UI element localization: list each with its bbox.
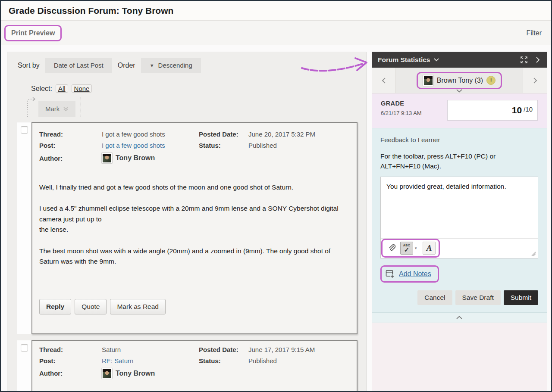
post-paragraph: Well, I finally tried and got a few good…	[39, 182, 344, 193]
save-draft-button[interactable]: Save Draft	[455, 290, 501, 305]
needs-grading-icon: !	[486, 76, 496, 85]
feedback-editor[interactable]: You provided great, detailed information…	[380, 177, 538, 258]
resize-handle-icon[interactable]	[530, 250, 536, 256]
stats-bar-icons	[520, 56, 541, 64]
grading-sidebar: Forum Statistics	[372, 52, 547, 391]
author-label: Author:	[39, 155, 102, 162]
reply-button[interactable]: Reply	[39, 299, 71, 314]
action-bar: Print Preview Filter	[1, 21, 551, 45]
select-bar: Select: All None	[31, 84, 366, 93]
grade-date: 6/21/17 9:13 AM	[381, 110, 422, 116]
expand-icon[interactable]	[520, 56, 528, 64]
feedback-text: You provided great, detailed information…	[381, 177, 538, 196]
author-cell: Tony Brown	[102, 153, 350, 163]
collapse-panel-icon[interactable]	[535, 56, 541, 64]
author-cell: Tony Brown	[102, 368, 350, 379]
post-checkbox-column	[17, 122, 31, 334]
avatar	[102, 368, 112, 379]
toolbar-hint: For the toolbar, press ALT+F10 (PC) or A…	[380, 151, 523, 171]
divider	[81, 97, 81, 117]
sort-by-label: Sort by	[18, 62, 40, 69]
post-label: Post:	[39, 142, 102, 149]
mark-button[interactable]: Mark	[38, 101, 75, 117]
content: Sort by Date of Last Post Order ▼ Descen…	[1, 45, 551, 391]
editor-toolbar: ABC ✓ ▾ A	[381, 238, 538, 258]
sort-by-value: Date of Last Post	[54, 62, 104, 69]
text-editor-icon[interactable]: A	[423, 242, 436, 255]
feedback-label: Feedback to Learner	[380, 136, 538, 143]
previous-student-button[interactable]	[372, 68, 396, 93]
sort-bar: Sort by Date of Last Post Order ▼ Descen…	[18, 58, 366, 73]
mark-as-read-button[interactable]: Mark as Read	[110, 299, 165, 314]
post-card: Thread: Saturn Posted Date: June 17, 201…	[31, 340, 358, 391]
post-card: Thread: I got a few good shots Posted Da…	[31, 122, 358, 334]
filter-button[interactable]: Filter	[526, 29, 542, 37]
order-button[interactable]: ▼ Descending	[141, 58, 201, 73]
avatar	[102, 153, 112, 163]
select-none-link[interactable]: None	[72, 84, 92, 93]
mark-bar: Mark	[25, 96, 366, 117]
forum-statistics-menu[interactable]: Forum Statistics	[378, 56, 439, 64]
order-label: Order	[118, 62, 135, 69]
spellcheck-icon[interactable]: ABC ✓	[400, 242, 413, 255]
author-name: Tony Brown	[116, 370, 155, 377]
post-checkbox[interactable]	[21, 126, 28, 134]
add-notes-link[interactable]: Add Notes	[399, 270, 431, 278]
post-body: Well, I finally tried and got a few good…	[39, 182, 344, 267]
collapse-bar[interactable]	[372, 312, 547, 323]
page-title: Grade Discussion Forum: Tony Brown	[9, 6, 173, 16]
feedback-actions: Cancel Save Draft Submit	[380, 290, 538, 312]
attach-file-icon[interactable]	[386, 242, 398, 255]
sort-by-button[interactable]: Date of Last Post	[45, 58, 112, 73]
sidebar-footer	[372, 323, 547, 392]
student-selector[interactable]: Brown Tony (3) !	[417, 72, 502, 89]
post-title-link[interactable]: RE: Saturn	[102, 357, 133, 364]
student-nav: Brown Tony (3) !	[372, 68, 547, 93]
post-actions: Reply Quote Mark as Read	[39, 299, 350, 314]
select-label: Select:	[31, 85, 52, 93]
thread-label: Thread:	[39, 346, 102, 353]
next-student-button[interactable]	[523, 68, 547, 93]
mark-label: Mark	[45, 105, 60, 112]
post-checkbox[interactable]	[21, 344, 28, 352]
student-selector-area: Brown Tony (3) !	[396, 68, 523, 93]
print-preview-button[interactable]: Print Preview	[11, 29, 55, 37]
chevron-down-icon	[434, 58, 439, 62]
status-value: Published	[248, 357, 350, 364]
forum-statistics-bar: Forum Statistics	[372, 52, 547, 68]
add-notes-row: Add Notes	[380, 265, 538, 283]
thread-value: I got a few good shots	[102, 131, 199, 138]
post-meta: Thread: I got a few good shots Posted Da…	[39, 131, 350, 163]
author-name: Tony Brown	[116, 154, 155, 162]
chevron-left-icon	[381, 77, 387, 84]
elbow-arrow-icon	[25, 96, 38, 117]
order-value: Descending	[158, 62, 192, 69]
chevron-up-icon	[456, 316, 462, 319]
avatar	[423, 75, 433, 86]
post-title-link[interactable]: I got a few good shots	[102, 142, 165, 149]
post-item-1: Thread: I got a few good shots Posted Da…	[17, 122, 358, 334]
grade-section: GRADE 6/21/17 9:13 AM 10 /10	[372, 93, 547, 128]
submit-button[interactable]: Submit	[504, 290, 538, 305]
status-value: Published	[248, 142, 350, 149]
add-notes-highlight: Add Notes	[380, 265, 439, 283]
status-label: Status:	[199, 357, 248, 364]
notes-icon	[386, 270, 395, 278]
chevron-down-icon	[63, 106, 69, 112]
spellcheck-dropdown-icon[interactable]: ▾	[415, 246, 419, 250]
page: Grade Discussion Forum: Tony Brown Print…	[0, 0, 552, 392]
select-all-link[interactable]: All	[56, 84, 68, 93]
chevron-down-icon	[456, 89, 462, 93]
feedback-section: Feedback to Learner For the toolbar, pre…	[372, 128, 547, 312]
posted-date-label: Posted Date:	[199, 131, 248, 138]
quote-button[interactable]: Quote	[75, 299, 107, 314]
post-paragraph: I used a 4.5" zhummell eclipse telescope…	[39, 203, 344, 235]
author-label: Author:	[39, 370, 102, 377]
student-name: Brown Tony (3)	[437, 77, 483, 84]
grade-info: GRADE 6/21/17 9:13 AM	[381, 100, 422, 128]
grade-input[interactable]: 10 /10	[447, 100, 538, 121]
cancel-button[interactable]: Cancel	[417, 290, 452, 305]
posts-panel: Sort by Date of Last Post Order ▼ Descen…	[7, 52, 367, 391]
post-paragraph: The best moon shot was with a wide angle…	[39, 246, 344, 267]
posted-date-label: Posted Date:	[199, 346, 248, 353]
